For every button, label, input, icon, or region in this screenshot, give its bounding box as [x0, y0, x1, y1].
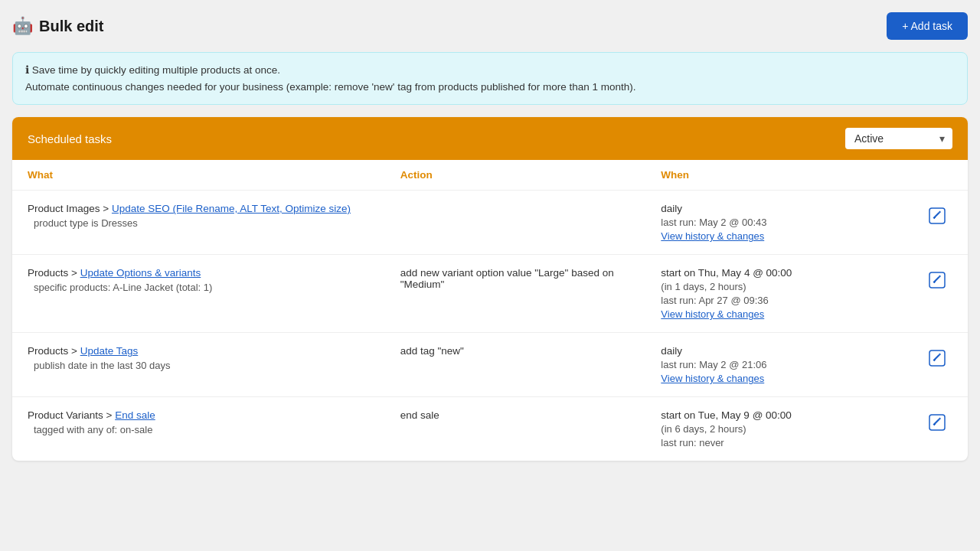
view-history-link[interactable]: View history & changes	[661, 308, 922, 320]
status-select[interactable]: Active Inactive All	[845, 128, 952, 149]
section-title: Scheduled tasks	[28, 132, 112, 145]
col-header-when: When	[661, 169, 922, 181]
task-when-detail: (in 1 days, 2 hours)	[661, 281, 922, 292]
table-row: Products > Update Tagspublish date in th…	[12, 333, 968, 397]
task-what: Products > Update Tagspublish date in th…	[28, 345, 400, 371]
edit-task-button[interactable]	[922, 204, 952, 227]
task-category-prefix: Products >	[28, 345, 80, 357]
table-row: Product Images > Update SEO (File Rename…	[12, 191, 968, 255]
title-text: Bulk edit	[39, 18, 103, 35]
task-filter: publish date in the last 30 days	[34, 360, 400, 371]
task-when: dailylast run: May 2 @ 00:43View history…	[661, 203, 922, 242]
col-header-edit	[922, 169, 952, 181]
info-line-1: ℹ Save time by quickly editing multiple …	[25, 62, 955, 79]
task-category-link[interactable]: Update Tags	[80, 345, 139, 357]
task-what-main: Product Images > Update SEO (File Rename…	[28, 203, 400, 214]
task-category-link[interactable]: Update Options & variants	[80, 267, 201, 279]
task-when-main: start on Tue, May 9 @ 00:00	[661, 409, 922, 421]
task-when-detail: last run: May 2 @ 21:06	[661, 359, 922, 370]
view-history-link[interactable]: View history & changes	[661, 230, 922, 242]
section-header: Scheduled tasks Active Inactive All	[12, 117, 968, 160]
task-what-main: Products > Update Tags	[28, 345, 400, 357]
task-when: start on Thu, May 4 @ 00:00(in 1 days, 2…	[661, 267, 922, 320]
col-header-what: What	[28, 169, 400, 181]
task-what-main: Product Variants > End sale	[28, 409, 400, 421]
task-rows: Product Images > Update SEO (File Rename…	[12, 191, 968, 461]
task-filter: specific products: A-Line Jacket (total:…	[34, 282, 400, 293]
task-category-prefix: Product Variants >	[28, 409, 115, 421]
task-when-main: start on Thu, May 4 @ 00:00	[661, 267, 922, 279]
task-when-main: daily	[661, 345, 922, 357]
task-when: start on Tue, May 9 @ 00:00(in 6 days, 2…	[661, 409, 922, 448]
task-what-main: Products > Update Options & variants	[28, 267, 400, 279]
task-category-link[interactable]: End sale	[115, 409, 155, 421]
task-action: add new variant option value "Large" bas…	[400, 267, 662, 290]
task-last-run: last run: never	[661, 437, 922, 448]
task-what: Product Variants > End saletagged with a…	[28, 409, 400, 435]
task-action: end sale	[400, 409, 662, 421]
info-banner: ℹ Save time by quickly editing multiple …	[12, 52, 968, 105]
task-category-link[interactable]: Update SEO (File Rename, ALT Text, Optim…	[112, 203, 351, 214]
table-row: Product Variants > End saletagged with a…	[12, 397, 968, 461]
task-when-detail: last run: May 2 @ 00:43	[661, 217, 922, 228]
edit-icon	[929, 272, 946, 289]
info-line-2: Automate continuous changes needed for y…	[25, 79, 955, 96]
table-row: Products > Update Options & variantsspec…	[12, 255, 968, 333]
scheduled-tasks-section: Scheduled tasks Active Inactive All What…	[12, 117, 968, 461]
task-filter: tagged with any of: on-sale	[34, 424, 400, 435]
view-history-link[interactable]: View history & changes	[661, 373, 922, 384]
col-header-action: Action	[400, 169, 662, 181]
robot-icon: 🤖	[12, 16, 33, 36]
edit-task-button[interactable]	[922, 347, 952, 370]
task-category-prefix: Products >	[28, 267, 80, 279]
task-what: Products > Update Options & variantsspec…	[28, 267, 400, 293]
task-category-prefix: Product Images >	[28, 203, 112, 214]
task-when-detail: (in 6 days, 2 hours)	[661, 423, 922, 435]
edit-icon	[929, 350, 946, 367]
page-header: 🤖 Bulk edit + Add task	[12, 12, 968, 40]
task-when: dailylast run: May 2 @ 21:06View history…	[661, 345, 922, 384]
task-filter: product type is Dresses	[34, 217, 400, 229]
task-when-main: daily	[661, 203, 922, 214]
table-header: What Action When	[12, 160, 968, 191]
edit-icon	[929, 207, 946, 224]
task-what: Product Images > Update SEO (File Rename…	[28, 203, 400, 229]
edit-task-button[interactable]	[922, 411, 952, 434]
edit-icon	[929, 414, 946, 431]
page-title: 🤖 Bulk edit	[12, 16, 103, 36]
task-last-run: last run: Apr 27 @ 09:36	[661, 295, 922, 306]
add-task-button[interactable]: + Add task	[887, 12, 968, 40]
status-select-wrapper: Active Inactive All	[845, 128, 952, 149]
task-action: add tag "new"	[400, 345, 662, 357]
edit-task-button[interactable]	[922, 269, 952, 292]
